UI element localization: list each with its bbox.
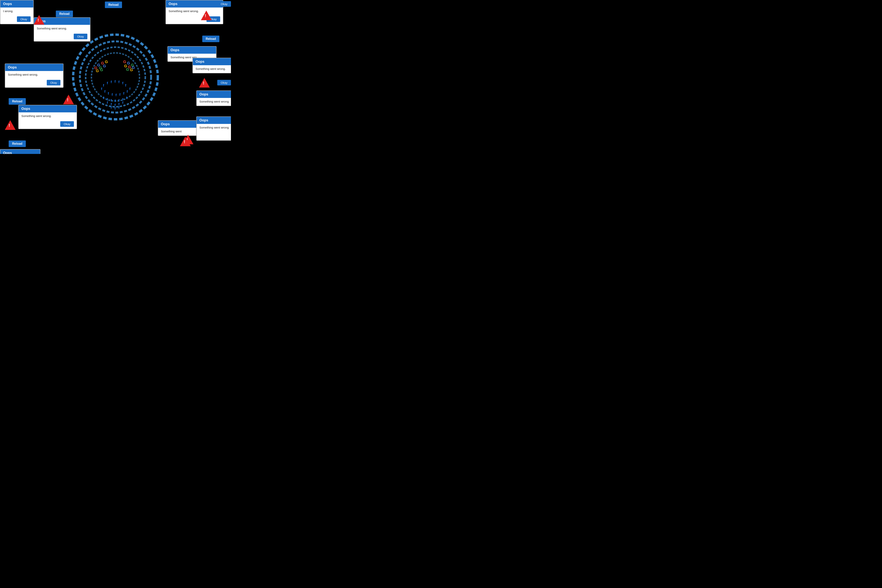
center-artwork: G G G G G G G G G G G G G G G G f f f f … — [75, 36, 156, 117]
dialog-header: Oops — [196, 91, 231, 98]
svg-text:f: f — [122, 101, 123, 105]
dialog-body: t wrong. — [0, 8, 33, 15]
svg-text:f: f — [118, 106, 120, 110]
svg-text:f: f — [114, 99, 116, 103]
svg-text:G: G — [105, 60, 108, 64]
dialog-body: Something went wrong. — [19, 112, 76, 120]
reload-button-right[interactable]: Reload — [202, 36, 219, 42]
dialog-body: Something went wrong. — [5, 71, 63, 79]
dialog-right-lower-2: Oops Something went wrong. Okay — [196, 116, 231, 141]
dialog-body: Something went wrong. — [196, 124, 231, 132]
dialog-body: Something went wrong. — [166, 8, 223, 15]
svg-text:f: f — [123, 92, 124, 95]
dialog-body: Something went wrong. — [193, 65, 231, 73]
dialog-footer: Okay — [196, 132, 231, 140]
svg-text:f: f — [116, 93, 117, 97]
svg-text:f: f — [114, 103, 116, 107]
dialog-top-right: Oops Something went wrong. Okay — [165, 0, 223, 24]
dialog-header: Oops — [0, 150, 40, 154]
reload-button-top-center[interactable]: Reload — [105, 2, 122, 8]
svg-text:f: f — [111, 99, 112, 102]
svg-text:G: G — [126, 68, 129, 72]
dialog-header: Oops — [166, 0, 223, 8]
svg-text:f: f — [129, 87, 130, 91]
warning-triangle-right-mid — [199, 78, 210, 87]
dialog-right-middle: Oops Something went wrong. — [192, 58, 231, 73]
svg-text:f: f — [122, 81, 123, 85]
dialog-footer: Okay — [19, 120, 76, 129]
svg-text:f: f — [125, 84, 126, 87]
reload-button-topleft[interactable]: Reload — [56, 10, 73, 17]
okay-button[interactable]: Okay — [47, 80, 60, 86]
svg-text:f: f — [119, 93, 121, 97]
okay-button[interactable]: Okay — [74, 34, 87, 39]
reload-button-bottom-left[interactable]: Reload — [9, 141, 26, 147]
svg-text:f: f — [114, 106, 116, 111]
svg-text:G: G — [130, 68, 133, 72]
dialog-header: Oops — [5, 64, 63, 71]
svg-text:f: f — [126, 96, 128, 100]
svg-text:f: f — [104, 90, 106, 93]
dialog-right-lower-1: Oops Something went wrong. — [196, 90, 231, 106]
dialog-header: Oops — [196, 117, 231, 124]
svg-text:f: f — [111, 80, 112, 84]
svg-text:f: f — [103, 84, 104, 87]
dialog-header: Oops — [0, 0, 33, 8]
okay-button-right-edge[interactable]: Okay — [217, 80, 231, 86]
svg-text:G: G — [96, 69, 99, 73]
warning-triangle-bottom-left — [5, 120, 16, 130]
dialog-body: Something went wrong. — [34, 25, 90, 33]
okay-button-top-right-edge[interactable]: Okay — [217, 1, 231, 7]
svg-text:f: f — [118, 80, 120, 84]
dialog-footer: Okay — [0, 15, 33, 24]
svg-text:f: f — [127, 90, 128, 93]
svg-text:f: f — [114, 80, 116, 84]
okay-button[interactable]: Okay — [17, 16, 31, 22]
dialog-footer: Okay — [34, 33, 90, 41]
warning-triangle-left-mid — [63, 94, 74, 104]
warning-triangle-top-right — [201, 10, 212, 20]
svg-text:f: f — [103, 96, 104, 100]
svg-text:f: f — [107, 101, 108, 105]
svg-text:G: G — [100, 68, 103, 72]
dialog-left-large: Oops Something went wrong. Okay — [5, 63, 63, 88]
svg-text:G: G — [103, 64, 106, 68]
svg-text:f: f — [108, 92, 109, 95]
svg-text:f: f — [101, 87, 102, 91]
reload-button-left[interactable]: Reload — [9, 98, 26, 105]
svg-point-2 — [86, 47, 145, 107]
svg-text:f: f — [111, 106, 112, 110]
svg-text:f: f — [107, 81, 108, 85]
dialog-top-left-partial: Oops t wrong. Okay — [0, 0, 34, 24]
dialog-left-second: Oops Something went wrong. Okay — [18, 105, 77, 129]
dialog-footer: Okay — [166, 15, 223, 24]
okay-button[interactable]: Okay — [60, 121, 74, 127]
dialog-body: Something went wrong. — [196, 98, 231, 106]
svg-text:f: f — [118, 99, 120, 102]
dialog-bottom-left-partial: Oops went wrong. — [0, 149, 40, 154]
svg-text:G: G — [127, 61, 130, 65]
dialog-header: Oops — [168, 46, 216, 54]
chain-spiral-svg: G G G G G G G G G G G G G G G G f f f f … — [68, 29, 164, 125]
dialog-header: Oops — [19, 105, 76, 112]
warning-triangle-1 — [34, 15, 45, 25]
warning-triangle-center-right — [180, 136, 191, 146]
svg-text:f: f — [112, 93, 113, 97]
dialog-header: Oops — [193, 58, 231, 65]
svg-text:G: G — [123, 60, 126, 64]
dialog-footer: Okay — [5, 79, 63, 87]
